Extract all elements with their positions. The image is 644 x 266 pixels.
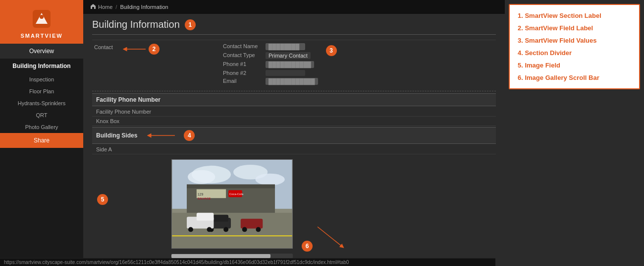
app-logo-text: SMARTVIEW xyxy=(20,33,62,39)
svg-marker-3 xyxy=(91,4,96,9)
annotation-badge-3: 3 xyxy=(326,45,337,56)
nav-home-icon xyxy=(90,3,96,10)
sidebar-logo: SMARTVIEW xyxy=(0,0,83,44)
svg-rect-31 xyxy=(197,213,214,221)
annotation-2: 2. SmartView Field Label xyxy=(518,24,631,32)
svg-point-32 xyxy=(188,227,193,232)
contact-email-value: ████████████ xyxy=(266,78,318,85)
sidebar-item-hydrants-sprinklers[interactable]: Hydrants-Sprinklers xyxy=(0,97,83,109)
facility-phone-section: Facility Phone Number Facility Phone Num… xyxy=(92,93,496,126)
page-title-text: Building Information xyxy=(92,19,180,30)
scrollbar-thumb xyxy=(171,254,270,258)
contact-phone2-value xyxy=(266,70,305,76)
sidebar-item-building-information[interactable]: Building Information xyxy=(0,59,83,73)
svg-text:129: 129 xyxy=(198,193,204,196)
svg-point-2 xyxy=(40,15,44,19)
sidebar: SMARTVIEW Overview Building Information … xyxy=(0,0,83,266)
contact-phone1-value: ███████████ xyxy=(266,61,314,68)
facility-phone-header: Facility Phone Number xyxy=(92,93,496,106)
svg-line-35 xyxy=(318,227,342,247)
annotation-badge-2: 2 xyxy=(149,44,160,55)
side-a-label: Side A xyxy=(92,145,496,154)
svg-rect-27 xyxy=(241,219,263,229)
annotation-5: 5. Image Field xyxy=(518,62,631,69)
annotation-panel: 1. SmartView Section Label 2. SmartView … xyxy=(509,4,640,89)
contact-phone1-row: Phone #1 ███████████ xyxy=(223,61,318,68)
annotation-3: 3. SmartView Field Values xyxy=(518,37,631,44)
contact-phone1-label: Phone #1 xyxy=(223,61,263,68)
annotation-1: 1. SmartView Section Label xyxy=(518,12,631,19)
side-a-image-area: 5 xyxy=(92,154,496,264)
breadcrumb-home[interactable]: Home xyxy=(98,4,112,10)
building-sides-section: Building Sides 4 Side A 5 xyxy=(92,127,496,266)
contact-phone2-row: Phone #2 xyxy=(223,70,318,76)
contact-fields: Contact Name ████████ Contact Type Prima… xyxy=(223,43,318,85)
svg-point-12 xyxy=(255,174,284,186)
contact-section: Contact 2 xyxy=(92,40,496,91)
app-logo-icon xyxy=(30,7,54,31)
sidebar-item-share[interactable]: Share xyxy=(0,133,83,148)
breadcrumb-current: Building Information xyxy=(120,4,168,10)
annotation-6: 6. Image Gallery Scroll Bar xyxy=(518,74,631,81)
annotation-badge-1: 1 xyxy=(185,19,196,30)
svg-rect-15 xyxy=(187,184,275,188)
building-sides-header: Building Sides 4 xyxy=(92,127,496,144)
annotation-arrow-2 xyxy=(121,43,151,55)
content-area: Building Information 1 Contact xyxy=(83,14,505,266)
sidebar-item-floor-plan[interactable]: Floor Plan xyxy=(0,85,83,97)
svg-point-28 xyxy=(242,227,247,232)
building-sides-title: Building Sides xyxy=(96,132,137,139)
annotation-badge-5: 5 xyxy=(97,194,108,205)
contact-type-value: Primary Contact xyxy=(266,52,311,59)
sidebar-item-qrt[interactable]: QRT xyxy=(0,109,83,121)
contact-type-label: Contact Type xyxy=(223,52,263,59)
page-title-row: Building Information 1 xyxy=(92,19,496,35)
breadcrumb-separator: / xyxy=(115,4,117,10)
annotation-arrow-4 xyxy=(145,130,180,141)
svg-point-33 xyxy=(207,227,212,232)
svg-text:SALVAGE: SALVAGE xyxy=(198,197,211,200)
svg-point-29 xyxy=(256,227,261,232)
sidebar-navigation: Overview Building Information Inspection… xyxy=(0,44,83,148)
svg-point-10 xyxy=(188,170,215,184)
knox-box-field: Knox Box xyxy=(92,117,496,126)
contact-email-row: Email ████████████ xyxy=(223,78,318,85)
main-content: Home / Building Information Building Inf… xyxy=(83,0,505,266)
facility-phone-title: Facility Phone Number xyxy=(96,96,161,103)
topbar: Home / Building Information xyxy=(83,0,505,14)
contact-name-value: ████████ xyxy=(266,43,305,50)
sidebar-item-inspection[interactable]: Inspection xyxy=(0,73,83,85)
side-a-image: 129 SALVAGE Coca-Cola xyxy=(171,159,293,249)
sidebar-item-photo-gallery[interactable]: Photo Gallery xyxy=(0,121,83,133)
facility-phone-field: Facility Phone Number xyxy=(92,107,496,117)
contact-type-row: Contact Type Primary Contact xyxy=(223,52,318,59)
annotation-badge-4: 4 xyxy=(184,130,195,141)
contact-divider xyxy=(92,91,496,91)
annotation-4: 4. Section Divider xyxy=(518,49,631,57)
contact-name-row: Contact Name ████████ xyxy=(223,43,318,50)
contact-email-label: Email xyxy=(223,78,263,85)
annotation-badge-6-container: 6 xyxy=(302,222,352,252)
annotation-badge-6: 6 xyxy=(302,241,313,252)
svg-point-26 xyxy=(223,227,228,232)
annotation-arrow-6 xyxy=(313,222,352,252)
sidebar-item-overview[interactable]: Overview xyxy=(0,44,83,59)
svg-text:Coca-Cola: Coca-Cola xyxy=(229,193,244,196)
contact-name-label: Contact Name xyxy=(223,43,263,50)
contact-content: Contact 2 xyxy=(92,40,496,89)
contact-section-label: Contact xyxy=(94,43,113,50)
contact-phone2-label: Phone #2 xyxy=(223,70,263,76)
url-bar: https://smartview.cityscape-suite.com/sm… xyxy=(83,258,495,266)
